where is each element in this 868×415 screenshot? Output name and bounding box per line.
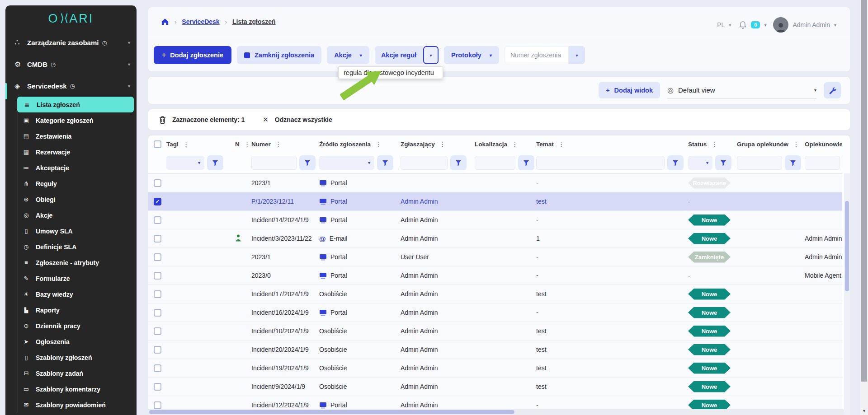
tagi-filter-button[interactable] [207, 155, 223, 170]
column-menu-icon[interactable]: ⋮ [375, 140, 382, 148]
rule-dropdown-item[interactable]: reguła dla testowego incydentu [339, 67, 443, 79]
sidebar-item[interactable]: Zgłoszenie - atrybuty ▾ [5, 255, 134, 270]
table-row[interactable]: 2023/0 @ Portal Admin Admin - - Mobile A… [148, 266, 842, 284]
home-icon[interactable] [161, 18, 169, 25]
sidebar-item[interactable]: Kategorie zgłoszeń ▾ [5, 112, 134, 128]
zrodlo-filter-button[interactable] [377, 155, 393, 170]
table-row[interactable]: 2023/1 @ Portal - Rozwiązane [148, 173, 842, 192]
sidebar-item[interactable]: Definicje SLA ▾ [5, 239, 134, 255]
table-row[interactable]: Incident/9/2024/1/9 @ Osobiście Admin Ad… [148, 377, 842, 396]
sidebar-item[interactable]: Lista zgłoszeń ▾ [17, 97, 134, 112]
chevron-down-icon[interactable]: ▾ [764, 23, 766, 28]
table-row[interactable]: Incident/17/2024/1/9 @ Osobiście Admin A… [148, 284, 842, 303]
avatar[interactable] [773, 17, 788, 33]
user-name[interactable]: Admin Admin [793, 21, 830, 28]
sidebar-section-cmdb[interactable]: CMDB ◷ ▾ [5, 53, 137, 75]
sidebar-item[interactable]: Ogłoszenia ▾ [5, 334, 134, 350]
page-scrollbar-thumb[interactable] [861, 0, 867, 382]
row-checkbox[interactable] [154, 290, 161, 298]
tagi-filter-select[interactable]: ▾ [166, 156, 204, 170]
sidebar-item[interactable]: Rezerwacje ▾ [5, 144, 134, 160]
row-checkbox[interactable] [154, 179, 161, 187]
chevron-down-icon[interactable]: ▾ [729, 23, 731, 28]
column-menu-icon[interactable]: ⋮ [711, 140, 718, 148]
language-selector[interactable]: PL [717, 21, 725, 28]
sidebar-item[interactable]: Formularze ▾ [5, 270, 134, 286]
row-checkbox[interactable] [154, 401, 161, 409]
column-menu-icon[interactable]: ⋮ [793, 140, 800, 148]
sidebar-section-servicedesk[interactable]: Servicedesk ◷ ▾ [5, 75, 137, 97]
table-row[interactable]: 2023/1 @ Portal User User - Zamknięte Ad… [148, 247, 842, 266]
row-checkbox[interactable] [154, 309, 161, 317]
scroll-down-arrow-icon[interactable]: ▼ [860, 409, 868, 413]
row-checkbox[interactable] [154, 364, 161, 372]
rule-actions-button[interactable]: Akcje reguł [375, 46, 423, 64]
table-horizontal-scrollbar[interactable] [148, 409, 844, 415]
sidebar-item[interactable]: Raporty ▾ [5, 302, 134, 318]
select-all-checkbox[interactable] [154, 140, 161, 148]
row-checkbox[interactable] [154, 327, 161, 335]
sidebar-item[interactable]: Szablony zadań ▾ [5, 365, 134, 381]
sidebar-item[interactable]: Reguły ▾ [5, 176, 134, 191]
sidebar-item[interactable]: Obiegi ▾ [5, 191, 134, 207]
protocols-button[interactable]: Protokoły ▾ [444, 46, 499, 64]
column-menu-icon[interactable]: ⋮ [183, 140, 190, 148]
sidebar-item[interactable]: Umowy SLA ▾ [5, 223, 134, 239]
page-scrollbar[interactable]: ▼ [860, 0, 868, 415]
add-ticket-button[interactable]: + Dodaj zgłoszenie [154, 46, 231, 64]
sidebar-item[interactable]: Akceptacje ▾ [5, 160, 134, 176]
status-filter-select[interactable]: ▾ [688, 156, 712, 170]
temat-filter-input[interactable] [536, 156, 665, 170]
row-checkbox[interactable] [154, 272, 161, 280]
lokalizacja-filter-input[interactable] [475, 156, 515, 170]
grupa-filter-button[interactable] [785, 155, 801, 170]
sidebar-item[interactable]: Zestawienia ▾ [5, 128, 134, 144]
row-checkbox[interactable] [154, 198, 161, 205]
column-menu-icon[interactable]: ⋮ [275, 140, 282, 148]
column-menu-icon[interactable]: ⋮ [439, 140, 446, 148]
view-select[interactable]: ◎ Default view ▾ [667, 82, 816, 98]
notification-count-badge[interactable]: 0 [751, 21, 760, 28]
row-checkbox[interactable] [154, 346, 161, 354]
chevron-down-icon[interactable]: ▾ [834, 23, 836, 28]
numer-filter-button[interactable] [299, 155, 316, 170]
close-tickets-button[interactable]: Zamknij zgłoszenia [237, 46, 321, 64]
sidebar-item[interactable]: Szablony zgłoszeń ▾ [5, 350, 134, 365]
row-checkbox[interactable] [154, 235, 161, 242]
breadcrumb-servicedesk[interactable]: ServiceDesk [182, 18, 219, 25]
sidebar-item[interactable]: Szablony powiadomień ▾ [5, 397, 134, 413]
zglaszajacy-filter-input[interactable] [401, 156, 448, 170]
status-filter-button[interactable] [715, 155, 731, 170]
table-row[interactable]: Incident/19/2024/1/9 @ Osobiście Admin A… [148, 359, 842, 377]
grupa-filter-input[interactable] [737, 156, 782, 170]
sidebar-item[interactable]: Bazy wiedzy ▾ [5, 286, 134, 302]
zrodlo-filter-select[interactable]: ▾ [319, 156, 374, 170]
horizontal-scrollbar-thumb[interactable] [149, 410, 514, 414]
numer-filter-input[interactable] [251, 156, 297, 170]
row-checkbox[interactable] [154, 253, 161, 261]
trash-icon[interactable] [159, 116, 166, 124]
search-dropdown-toggle[interactable]: ▾ [569, 46, 585, 64]
table-row[interactable]: P/1/2023/12/11 @ Portal Admin Admin test… [148, 192, 842, 210]
breadcrumb-current[interactable]: Lista zgłoszeń [232, 18, 276, 25]
table-vertical-scrollbar[interactable] [844, 173, 850, 415]
zglaszajacy-filter-button[interactable] [450, 155, 467, 170]
ticket-number-input[interactable] [505, 46, 569, 64]
column-menu-icon[interactable]: ⋮ [244, 140, 251, 148]
table-row[interactable]: Incident/10/2024/1/9 @ Osobiście Admin A… [148, 322, 842, 340]
sidebar-item[interactable]: Szablony komentarzy ▾ [5, 381, 134, 397]
table-row[interactable]: Incident/16/2024/1/9 @ Portal Admin Admi… [148, 303, 842, 322]
deselect-all-button[interactable]: Odznacz wszystkie [275, 116, 332, 123]
temat-filter-button[interactable] [667, 155, 684, 170]
column-menu-icon[interactable]: ⋮ [558, 140, 565, 148]
lokalizacja-filter-button[interactable] [518, 155, 534, 170]
sidebar-section-assets[interactable]: Zarządzanie zasobami ◷ ▾ [5, 32, 137, 53]
table-row[interactable]: Incident/3/2023/11/22 @ E-mail Admin Adm… [148, 229, 842, 247]
row-checkbox[interactable] [154, 216, 161, 224]
sidebar-item[interactable]: Dziennik pracy ▾ [5, 318, 134, 334]
sidebar-item[interactable]: Akcje ▾ [5, 207, 134, 223]
vertical-scrollbar-thumb[interactable] [845, 201, 849, 291]
opiekun-filter-input[interactable] [805, 156, 840, 170]
table-row[interactable]: Incident/14/2024/1/9 @ Portal Admin Admi… [148, 210, 842, 229]
row-checkbox[interactable] [154, 383, 161, 391]
